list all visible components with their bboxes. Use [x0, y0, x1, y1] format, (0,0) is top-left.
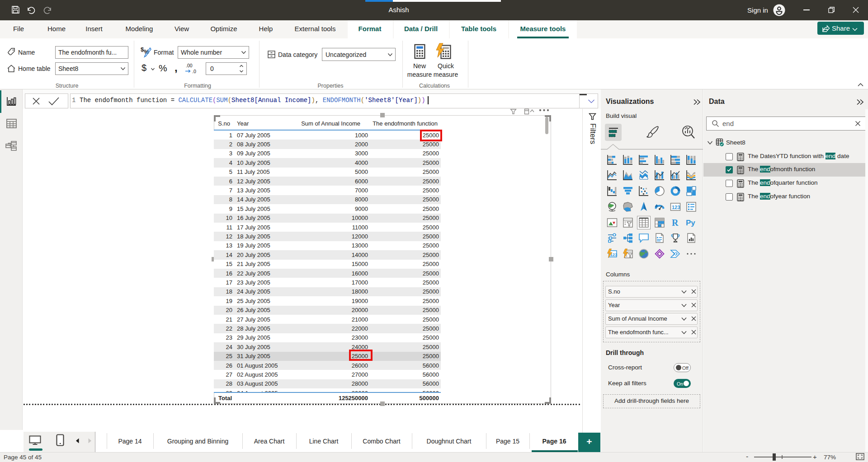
svg-text:123: 123 [672, 205, 680, 210]
svg-text:Py: Py [686, 219, 695, 227]
svg-text:.0: .0 [192, 69, 196, 74]
svg-text:.00: .00 [186, 63, 193, 68]
svg-text:R: R [672, 218, 679, 228]
svg-text:%: % [144, 48, 149, 55]
